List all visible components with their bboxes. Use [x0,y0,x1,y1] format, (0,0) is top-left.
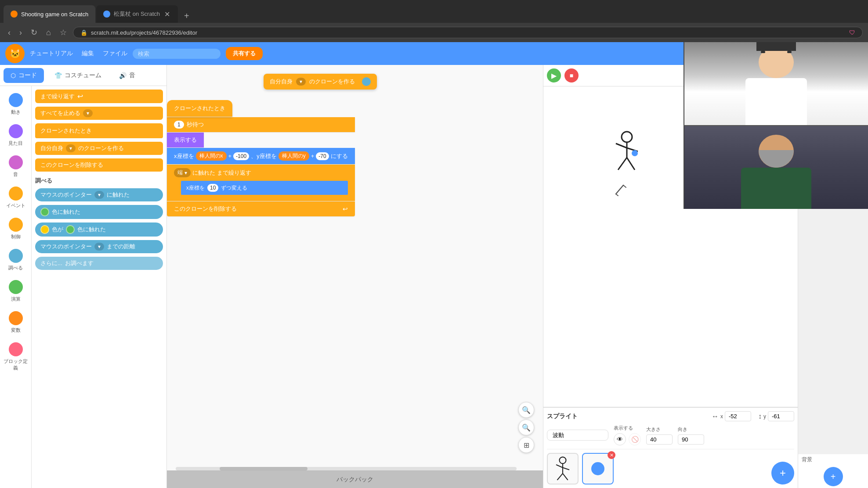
category-variables[interactable]: 変数 [2,308,30,337]
block-touching-color-label: 色に触れた [52,208,80,216]
stick-figure-sprite[interactable] [609,130,644,174]
set-xy-block[interactable]: x座標を 棒人間のx + -100 、y座標を 棒人間のy + -70 にする [167,148,355,164]
block-distance-to-mouse[interactable]: マウスのポインター ▾ までの距離 [35,240,163,253]
edge-dropdown-block[interactable]: 端 ▾ [174,168,191,177]
wait-block[interactable]: 1 秒待つ [167,117,355,132]
category-sensing[interactable]: 調べる [2,245,30,275]
tab-shooting-game[interactable]: Shooting game on Scratch [4,5,95,23]
direction-input[interactable] [678,434,704,445]
block-distance-label: マウスのポインター [40,243,92,251]
plus2: + [311,153,315,159]
add-background-button[interactable]: + [824,467,843,486]
wait-duration-input[interactable]: 1 [174,121,184,129]
back-button[interactable]: ‹ [5,26,13,39]
distance-dropdown[interactable]: ▾ [94,243,104,251]
block-group-main: クローンされたとき 1 秒待つ 表示する x座標を 棒人間のx [167,100,355,216]
category-operators[interactable]: 演算 [2,276,30,306]
header-search-input[interactable] [133,49,221,59]
wait-label: 秒待つ [187,121,204,129]
hide-eye-button[interactable]: 🚫 [629,433,641,445]
show-block[interactable]: 表示する [167,133,204,147]
category-sound[interactable]: 音 [2,152,30,181]
self-dropdown[interactable]: ▾ [296,78,306,86]
stop-all-dropdown[interactable]: ▾ [83,109,93,117]
cursor-sprite [614,183,627,196]
stage-thumbnail[interactable] [798,80,868,454]
stop-button[interactable]: ■ [564,68,579,83]
create-clone-block[interactable]: 自分自身 ▾ のクローンを作る [264,74,377,90]
category-looks[interactable]: 見た目 [2,121,30,150]
sprite-delete-button[interactable]: ✕ [608,451,615,459]
sprite1-preview [552,456,574,482]
bookmark-button[interactable]: ☆ [57,26,69,39]
script-area[interactable]: 自分自身 ▾ のクローンを作る クローンされたとき 1 秒待つ [167,65,543,488]
category-myblocks[interactable]: ブロック定義 [2,339,30,375]
tab-costume[interactable]: 👕 コスチューム [47,68,108,83]
new-tab-button[interactable]: + [181,9,193,23]
block-create-clone[interactable]: 自分自身 ▾ のクローンを作る [35,142,163,155]
backpack-bar[interactable]: バックパック [167,470,543,488]
scratch-logo[interactable]: 🐱 [5,44,25,63]
block-stop-all[interactable]: すべてを止める ▾ [35,107,163,120]
zoom-in-button[interactable]: 🔍 [518,402,534,418]
category-control[interactable]: 制御 [2,214,30,244]
block-touching-mouse[interactable]: マウスのポインター ▾ に触れた [35,188,163,201]
nav-item-edit[interactable]: 編集 [82,50,94,57]
sprite-name-input[interactable] [547,430,608,441]
category-events[interactable]: イベント [2,183,30,212]
nav-item-tutorial[interactable]: チュートリアル [30,50,73,57]
nav-item-file[interactable]: ファイル [103,50,127,57]
address-bar[interactable]: 🔒 scratch.mit.edu/projects/467822936/edi… [73,27,863,38]
login-text[interactable]: ログイン [840,50,863,57]
flag-button[interactable]: ▶ [547,68,561,83]
tab-code[interactable]: ⬡ コード [4,68,44,83]
code-tab-label: コード [18,72,37,79]
hat-block-when-cloned[interactable]: クローンされたとき [167,100,232,117]
block-repeat-until[interactable]: まで繰り返す ↩ [35,90,163,103]
repeat-until-block[interactable]: 端 ▾ に触れた まで繰り返す x座標を 10 ずつ変える [167,165,355,201]
change-x-value[interactable]: 10 [207,184,218,192]
zoom-out-button[interactable]: 🔍 [518,420,534,435]
y-offset-input[interactable]: -70 [316,152,329,160]
eye-buttons: 👁 🚫 [614,433,641,445]
cloud-activity[interactable]: クラウドアクティビティ [772,50,835,57]
block-more-partial[interactable]: さらに... お調べます [35,257,163,270]
block-color-touching-color[interactable]: 色が 色に触れた [35,222,163,237]
block-when-cloned[interactable]: クローンされたとき [35,123,163,138]
horizontal-scrollbar[interactable] [176,467,517,470]
touching-dropdown[interactable]: ▾ [94,191,104,199]
add-sprite-button[interactable]: + [771,462,794,484]
forward-button[interactable]: › [17,26,25,39]
block-create-clone-label: 自分自身 [40,144,63,152]
clone-dropdown[interactable]: ▾ [66,144,76,152]
zoom-fit-button[interactable]: ⊞ [518,437,534,453]
block-touching-label2: に触れた [107,191,130,199]
change-x-block[interactable]: x座標を 10 ずつ変える [181,181,348,195]
category-motion[interactable]: 動き [2,90,30,119]
scrollbar-thumb[interactable] [220,467,307,470]
stage-viewport[interactable] [543,86,798,407]
tab-matsuba[interactable]: 松葉杖 on Scratch ✕ [96,5,178,23]
myblocks-icon [9,342,23,356]
size-input[interactable] [646,434,673,445]
show-eye-button[interactable]: 👁 [614,433,626,445]
sprite-thumb-stickfigure[interactable] [547,453,579,484]
tab2-close-icon[interactable]: ✕ [163,10,171,18]
block-touching-color[interactable]: 色に触れた [35,205,163,219]
tab2-title: 松葉杖 on Scratch [114,10,160,18]
control-icon [9,218,23,232]
sprite-thumb-wave[interactable]: ✕ [582,453,614,484]
delete-clone-block[interactable]: このクローンを削除する ↩ [167,201,355,216]
home-button[interactable]: ⌂ [43,26,54,39]
svg-line-4 [618,158,627,170]
x-offset-input[interactable]: -100 [233,152,249,160]
motion-icon [9,93,23,107]
share-button[interactable]: 共有する [226,47,263,60]
tab-sound[interactable]: 🔊 音 [112,68,142,83]
block-delete-clone[interactable]: このクローンを削除する [35,158,163,172]
color-swatch-green [40,208,49,216]
set-xy-label2: にする [331,152,348,160]
sprite-y-input[interactable] [768,411,794,421]
reload-button[interactable]: ↻ [28,26,40,39]
sprite-x-input[interactable] [725,411,751,421]
